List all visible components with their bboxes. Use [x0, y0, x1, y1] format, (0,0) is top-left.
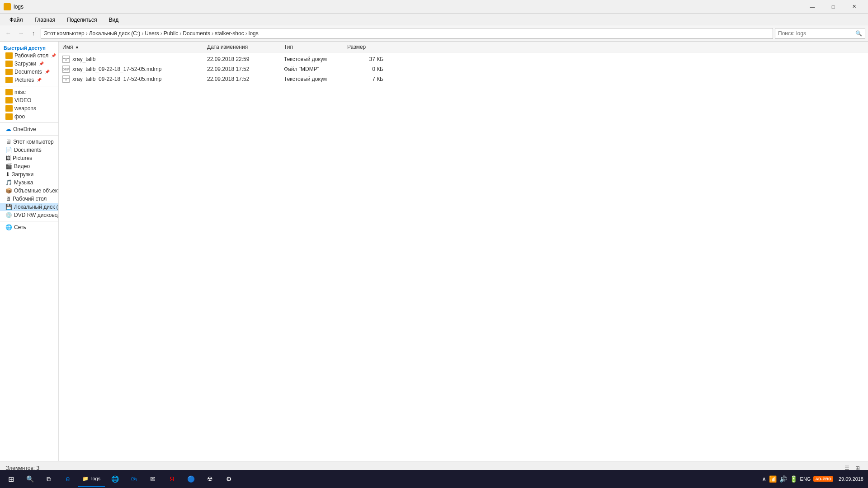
- search-button[interactable]: 🔍: [21, 470, 39, 488]
- comp-dl-icon: ⬇: [5, 171, 10, 178]
- sidebar-item-local-disk[interactable]: 💾 Локальный диск (С:: [0, 203, 58, 211]
- sidebar-item-downloads[interactable]: Загрузки 📌: [0, 60, 58, 68]
- sidebar-item-dvd[interactable]: 💿 DVD RW дисковод д: [0, 211, 58, 219]
- app6-button[interactable]: ☢: [201, 470, 219, 488]
- file-name-cell: DMP xray_talib_09-22-18_17-52-05.mdmp: [62, 66, 207, 73]
- tray-network[interactable]: 📶: [769, 475, 777, 483]
- store-button[interactable]: 🛍: [125, 470, 143, 488]
- title-bar-left: logs: [4, 3, 24, 10]
- file-type-cell: Текстовый докум: [284, 76, 347, 82]
- sidebar-item-video-label: VIDEO: [14, 97, 31, 103]
- file-type-cell: Файл "MDMP": [284, 66, 347, 72]
- comp-docs-icon: 📄: [5, 147, 12, 153]
- mail-button[interactable]: ✉: [144, 470, 162, 488]
- back-button[interactable]: ←: [3, 28, 14, 39]
- sidebar-item-comp-desktop[interactable]: 🖥 Рабочий стол: [0, 195, 58, 203]
- forward-button[interactable]: →: [15, 28, 26, 39]
- comp-video-icon: 🎬: [5, 163, 12, 169]
- tab-file[interactable]: Файл: [4, 14, 29, 25]
- path-public[interactable]: Public: [164, 30, 179, 37]
- close-button[interactable]: ✕: [844, 0, 864, 14]
- file-date-cell: 22.09.2018 17:52: [207, 66, 284, 72]
- pin-icon: 📌: [45, 70, 50, 74]
- sidebar-divider-4: [0, 221, 58, 221]
- sidebar-item-onedrive[interactable]: ☁ OneDrive: [0, 125, 58, 133]
- sidebar-item-desktop-label: Рабочий стол: [14, 52, 48, 59]
- sidebar-item-comp-documents[interactable]: 📄 Documents: [0, 146, 58, 154]
- col-size[interactable]: Размер: [347, 44, 383, 50]
- path-documents[interactable]: Documents: [183, 30, 210, 37]
- file-name-label: xray_talib_09-22-18_17-52-05.mdmp: [72, 66, 161, 72]
- edge-button[interactable]: e: [59, 470, 77, 488]
- sidebar-item-comp-music[interactable]: 🎵 Музыка: [0, 178, 58, 187]
- search-box[interactable]: 🔍: [775, 28, 865, 39]
- pin-icon: 📌: [37, 78, 42, 82]
- table-row[interactable]: DMP xray_talib_09-22-18_17-52-05.mdmp 22…: [59, 64, 868, 74]
- sidebar-item-network[interactable]: 🌐 Сеть: [0, 223, 58, 231]
- path-computer[interactable]: Этот компьютер: [44, 30, 85, 37]
- sidebar-item-comp-pictures[interactable]: 🖼 Pictures: [0, 154, 58, 162]
- taskbar-clock[interactable]: 29.09.2018: [839, 476, 866, 482]
- maximize-button[interactable]: □: [823, 0, 844, 14]
- sidebar-item-comp-video[interactable]: 🎬 Видео: [0, 162, 58, 170]
- sidebar-item-desktop[interactable]: Рабочий стол 📌: [0, 52, 58, 60]
- path-logs[interactable]: logs: [249, 30, 259, 37]
- tray-volume[interactable]: 🔊: [779, 475, 787, 483]
- sidebar-item-this-computer[interactable]: 🖥 Этот компьютер: [0, 137, 58, 146]
- tray-lang: ENG: [800, 476, 811, 482]
- ribbon-tabs: Файл Главная Поделиться Вид: [0, 14, 868, 25]
- sidebar-item-misc[interactable]: misc: [0, 88, 58, 96]
- table-row[interactable]: TXT xray_talib 22.09.2018 22:59 Текстовы…: [59, 54, 868, 64]
- search-input[interactable]: [778, 30, 854, 37]
- file-date-cell: 22.09.2018 17:52: [207, 76, 284, 82]
- tab-view[interactable]: Вид: [103, 14, 124, 25]
- file-area: Имя ▲ Дата изменения Тип Размер TXT xray…: [59, 42, 868, 461]
- sidebar-item-foo-label: фоо: [14, 113, 25, 120]
- sidebar-item-documents[interactable]: Documents 📌: [0, 68, 58, 76]
- path-disk[interactable]: Локальный диск (C:): [89, 30, 141, 37]
- tray-arrow[interactable]: ∧: [762, 475, 766, 483]
- sidebar-item-video[interactable]: VIDEO: [0, 96, 58, 104]
- col-date[interactable]: Дата изменения: [207, 44, 284, 50]
- file-type-cell: Текстовый докум: [284, 56, 347, 62]
- sidebar-quick-access-label[interactable]: Быстрый доступ: [0, 43, 58, 52]
- tab-home[interactable]: Главная: [29, 14, 61, 25]
- sidebar-computer-label: Этот компьютер: [13, 139, 54, 145]
- computer-icon: 🖥: [5, 138, 11, 145]
- sidebar-comp-video-label: Видео: [14, 163, 30, 169]
- ie-button[interactable]: 🌐: [106, 470, 124, 488]
- disk-icon: 💾: [5, 204, 12, 210]
- sidebar-item-downloads-label: Загрузки: [14, 61, 36, 67]
- tab-share[interactable]: Поделиться: [61, 14, 103, 25]
- sidebar-onedrive-label: OneDrive: [13, 126, 36, 132]
- taskbar-folder-icon: 📁: [82, 476, 89, 482]
- taskbar-app-logs[interactable]: 📁 logs: [78, 471, 105, 487]
- start-button[interactable]: ⊞: [2, 470, 20, 488]
- sidebar-item-comp-downloads[interactable]: ⬇ Загрузки: [0, 170, 58, 178]
- sidebar-item-weapons[interactable]: weapons: [0, 104, 58, 113]
- txt-icon: TXT: [62, 56, 70, 63]
- path-users[interactable]: Users: [145, 30, 159, 37]
- sidebar-comp-desktop-label: Рабочий стол: [13, 196, 47, 202]
- table-row[interactable]: TXT xray_talib_09-22-18_17-52-05.mdmp 22…: [59, 74, 868, 84]
- onedrive-icon: ☁: [5, 126, 11, 132]
- sidebar-item-pictures[interactable]: Pictures 📌: [0, 76, 58, 84]
- tray-battery[interactable]: 🔋: [790, 475, 797, 483]
- app5-button[interactable]: 🔵: [182, 470, 200, 488]
- yandex-button[interactable]: Я: [163, 470, 181, 488]
- sidebar-item-foo[interactable]: фоо: [0, 113, 58, 121]
- minimize-button[interactable]: —: [802, 0, 823, 14]
- file-name-cell: TXT xray_talib_09-22-18_17-52-05.mdmp: [62, 75, 207, 83]
- task-view-button[interactable]: ⧉: [40, 470, 58, 488]
- up-button[interactable]: ↑: [28, 28, 39, 39]
- address-path[interactable]: Этот компьютер › Локальный диск (C:) › U…: [41, 28, 773, 39]
- path-stalker[interactable]: stalker-shoc: [215, 30, 244, 37]
- file-date-cell: 22.09.2018 22:59: [207, 56, 284, 62]
- wot-button[interactable]: ⚙: [220, 470, 238, 488]
- sidebar-comp-3d-label: Объемные объекти: [14, 188, 58, 194]
- col-type[interactable]: Тип: [284, 44, 347, 50]
- mdmp-icon: DMP: [62, 66, 70, 73]
- window-title: logs: [14, 4, 24, 10]
- col-name[interactable]: Имя ▲: [62, 44, 207, 50]
- sidebar-item-comp-3d[interactable]: 📦 Объемные объекти: [0, 187, 58, 195]
